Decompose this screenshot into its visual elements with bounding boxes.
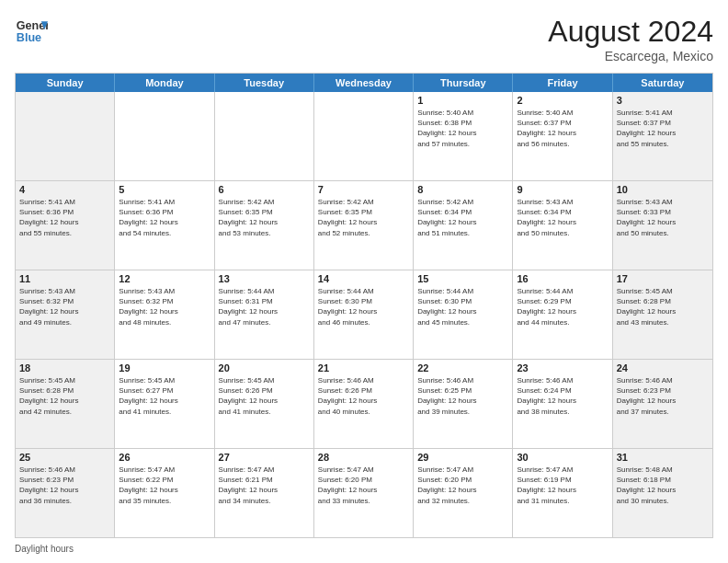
- day-number: 8: [417, 184, 508, 195]
- calendar-cell: 8Sunrise: 5:42 AM Sunset: 6:34 PM Daylig…: [414, 181, 513, 270]
- cell-info: Sunrise: 5:46 AM Sunset: 6:23 PM Dayligh…: [19, 465, 110, 506]
- calendar-header: SundayMondayTuesdayWednesdayThursdayFrid…: [16, 74, 712, 92]
- calendar-cell: 26Sunrise: 5:47 AM Sunset: 6:22 PM Dayli…: [115, 449, 214, 537]
- location-subtitle: Escarcega, Mexico: [548, 49, 713, 63]
- cell-info: Sunrise: 5:44 AM Sunset: 6:30 PM Dayligh…: [417, 286, 508, 327]
- calendar-body: 1Sunrise: 5:40 AM Sunset: 6:38 PM Daylig…: [16, 92, 712, 537]
- cell-info: Sunrise: 5:41 AM Sunset: 6:36 PM Dayligh…: [19, 197, 110, 238]
- day-of-week-header: Wednesday: [314, 74, 414, 92]
- cell-info: Sunrise: 5:40 AM Sunset: 6:38 PM Dayligh…: [417, 108, 508, 149]
- calendar-cell: 10Sunrise: 5:43 AM Sunset: 6:33 PM Dayli…: [613, 181, 712, 270]
- day-number: 22: [417, 362, 508, 373]
- calendar-week-row: 25Sunrise: 5:46 AM Sunset: 6:23 PM Dayli…: [16, 448, 712, 537]
- calendar-cell: 18Sunrise: 5:45 AM Sunset: 6:28 PM Dayli…: [16, 360, 115, 448]
- day-number: 28: [318, 452, 409, 463]
- cell-info: Sunrise: 5:44 AM Sunset: 6:31 PM Dayligh…: [219, 286, 310, 327]
- calendar-cell: 25Sunrise: 5:46 AM Sunset: 6:23 PM Dayli…: [16, 449, 115, 537]
- calendar-cell: 29Sunrise: 5:47 AM Sunset: 6:20 PM Dayli…: [414, 449, 513, 537]
- cell-info: Sunrise: 5:46 AM Sunset: 6:23 PM Dayligh…: [617, 375, 709, 417]
- day-number: 25: [19, 452, 110, 463]
- svg-text:Blue: Blue: [17, 31, 41, 44]
- calendar-cell: 6Sunrise: 5:42 AM Sunset: 6:35 PM Daylig…: [215, 181, 314, 270]
- calendar-cell: 3Sunrise: 5:41 AM Sunset: 6:37 PM Daylig…: [613, 92, 712, 180]
- day-number: 17: [617, 273, 709, 284]
- calendar-cell: 9Sunrise: 5:43 AM Sunset: 6:34 PM Daylig…: [513, 181, 612, 270]
- cell-info: Sunrise: 5:43 AM Sunset: 6:32 PM Dayligh…: [119, 286, 210, 327]
- page: General Blue August 2024 Escarcega, Mexi…: [0, 0, 728, 563]
- calendar: SundayMondayTuesdayWednesdayThursdayFrid…: [15, 73, 713, 538]
- cell-info: Sunrise: 5:45 AM Sunset: 6:26 PM Dayligh…: [219, 375, 310, 417]
- day-of-week-header: Tuesday: [215, 74, 314, 92]
- calendar-week-row: 11Sunrise: 5:43 AM Sunset: 6:32 PM Dayli…: [16, 270, 712, 359]
- header: General Blue August 2024 Escarcega, Mexi…: [15, 15, 713, 63]
- day-of-week-header: Monday: [115, 74, 214, 92]
- cell-info: Sunrise: 5:46 AM Sunset: 6:24 PM Dayligh…: [517, 375, 608, 417]
- calendar-cell: 30Sunrise: 5:47 AM Sunset: 6:19 PM Dayli…: [513, 449, 612, 537]
- cell-info: Sunrise: 5:41 AM Sunset: 6:37 PM Dayligh…: [617, 108, 709, 149]
- day-number: 2: [517, 95, 608, 106]
- day-of-week-header: Sunday: [16, 74, 115, 92]
- title-block: August 2024 Escarcega, Mexico: [548, 15, 713, 63]
- calendar-cell: 12Sunrise: 5:43 AM Sunset: 6:32 PM Dayli…: [115, 270, 214, 359]
- day-number: 19: [119, 362, 210, 373]
- day-number: 23: [517, 362, 608, 373]
- calendar-cell: 22Sunrise: 5:46 AM Sunset: 6:25 PM Dayli…: [414, 360, 513, 448]
- day-number: 15: [417, 273, 508, 284]
- cell-info: Sunrise: 5:48 AM Sunset: 6:18 PM Dayligh…: [617, 465, 709, 506]
- daylight-hours-label: Daylight hours: [15, 544, 74, 554]
- calendar-cell: 14Sunrise: 5:44 AM Sunset: 6:30 PM Dayli…: [314, 270, 414, 359]
- calendar-cell: [314, 92, 414, 180]
- calendar-cell: 13Sunrise: 5:44 AM Sunset: 6:31 PM Dayli…: [215, 270, 314, 359]
- calendar-cell: 23Sunrise: 5:46 AM Sunset: 6:24 PM Dayli…: [513, 360, 612, 448]
- day-number: 10: [617, 184, 709, 195]
- logo-icon: General Blue: [15, 15, 48, 48]
- cell-info: Sunrise: 5:43 AM Sunset: 6:32 PM Dayligh…: [19, 286, 110, 327]
- calendar-cell: 5Sunrise: 5:41 AM Sunset: 6:36 PM Daylig…: [115, 181, 214, 270]
- day-number: 18: [19, 362, 110, 373]
- day-number: 12: [119, 273, 210, 284]
- calendar-cell: 2Sunrise: 5:40 AM Sunset: 6:37 PM Daylig…: [513, 92, 612, 180]
- calendar-cell: 19Sunrise: 5:45 AM Sunset: 6:27 PM Dayli…: [115, 360, 214, 448]
- calendar-cell: 27Sunrise: 5:47 AM Sunset: 6:21 PM Dayli…: [215, 449, 314, 537]
- cell-info: Sunrise: 5:47 AM Sunset: 6:20 PM Dayligh…: [417, 465, 508, 506]
- day-number: 30: [517, 452, 608, 463]
- day-number: 1: [417, 95, 508, 106]
- day-number: 9: [517, 184, 608, 195]
- calendar-cell: 17Sunrise: 5:45 AM Sunset: 6:28 PM Dayli…: [613, 270, 712, 359]
- day-number: 6: [219, 184, 310, 195]
- cell-info: Sunrise: 5:46 AM Sunset: 6:26 PM Dayligh…: [318, 375, 409, 417]
- cell-info: Sunrise: 5:42 AM Sunset: 6:35 PM Dayligh…: [219, 197, 310, 238]
- cell-info: Sunrise: 5:43 AM Sunset: 6:33 PM Dayligh…: [617, 197, 709, 238]
- calendar-cell: 20Sunrise: 5:45 AM Sunset: 6:26 PM Dayli…: [215, 360, 314, 448]
- cell-info: Sunrise: 5:44 AM Sunset: 6:29 PM Dayligh…: [517, 286, 608, 327]
- day-number: 20: [219, 362, 310, 373]
- calendar-cell: [16, 92, 115, 180]
- calendar-cell: 28Sunrise: 5:47 AM Sunset: 6:20 PM Dayli…: [314, 449, 414, 537]
- calendar-cell: 16Sunrise: 5:44 AM Sunset: 6:29 PM Dayli…: [513, 270, 612, 359]
- day-number: 13: [219, 273, 310, 284]
- day-number: 31: [617, 452, 709, 463]
- cell-info: Sunrise: 5:47 AM Sunset: 6:21 PM Dayligh…: [219, 465, 310, 506]
- cell-info: Sunrise: 5:45 AM Sunset: 6:27 PM Dayligh…: [119, 375, 210, 417]
- calendar-cell: 1Sunrise: 5:40 AM Sunset: 6:38 PM Daylig…: [414, 92, 513, 180]
- day-number: 26: [119, 452, 210, 463]
- day-number: 21: [318, 362, 409, 373]
- day-of-week-header: Friday: [513, 74, 612, 92]
- cell-info: Sunrise: 5:47 AM Sunset: 6:19 PM Dayligh…: [517, 465, 608, 506]
- calendar-cell: [115, 92, 214, 180]
- calendar-cell: 24Sunrise: 5:46 AM Sunset: 6:23 PM Dayli…: [613, 360, 712, 448]
- calendar-week-row: 18Sunrise: 5:45 AM Sunset: 6:28 PM Dayli…: [16, 359, 712, 448]
- calendar-cell: 4Sunrise: 5:41 AM Sunset: 6:36 PM Daylig…: [16, 181, 115, 270]
- day-number: 5: [119, 184, 210, 195]
- day-number: 14: [318, 273, 409, 284]
- day-number: 24: [617, 362, 709, 373]
- cell-info: Sunrise: 5:42 AM Sunset: 6:35 PM Dayligh…: [318, 197, 409, 238]
- calendar-week-row: 4Sunrise: 5:41 AM Sunset: 6:36 PM Daylig…: [16, 180, 712, 270]
- day-of-week-header: Saturday: [613, 74, 712, 92]
- calendar-cell: 11Sunrise: 5:43 AM Sunset: 6:32 PM Dayli…: [16, 270, 115, 359]
- footer: Daylight hours: [15, 544, 713, 554]
- day-number: 11: [19, 273, 110, 284]
- calendar-cell: 31Sunrise: 5:48 AM Sunset: 6:18 PM Dayli…: [613, 449, 712, 537]
- day-number: 7: [318, 184, 409, 195]
- cell-info: Sunrise: 5:47 AM Sunset: 6:20 PM Dayligh…: [318, 465, 409, 506]
